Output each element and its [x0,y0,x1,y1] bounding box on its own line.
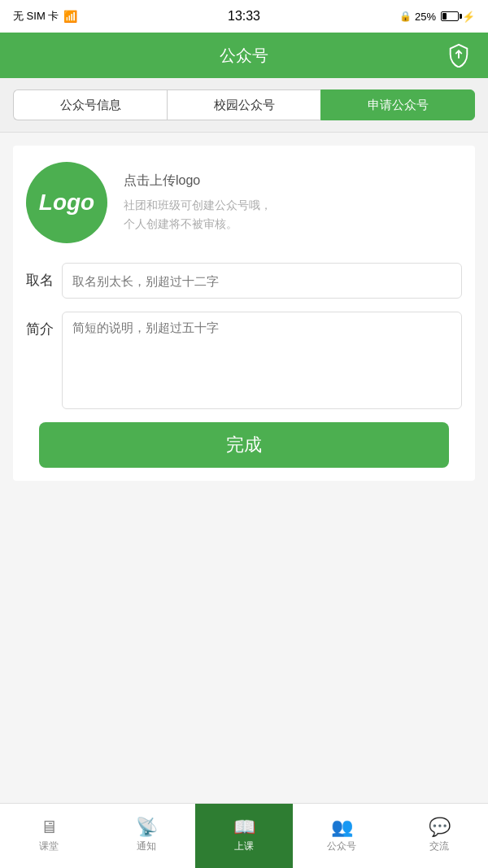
tab-classroom[interactable]: 🖥 课堂 [0,804,98,868]
chat-icon: 💬 [429,818,451,836]
status-bar: 无 SIM 卡 📶 13:33 🔒 25% ⚡ [0,0,488,33]
tab-class[interactable]: 📖 上课 [195,804,293,868]
status-right: 🔒 25% ⚡ [399,11,475,23]
tab-public[interactable]: 👥 公众号 [293,804,390,868]
sim-status: 无 SIM 卡 [13,9,59,24]
logo-hint-desc: 社团和班级可创建公众号哦，个人创建将不被审核。 [124,196,462,233]
name-label: 取名 [26,263,62,290]
tab-selector: 公众号信息 校园公众号 申请公众号 [0,78,488,133]
logo-upload-button[interactable]: Logo [26,162,107,243]
class-icon: 📖 [233,818,255,836]
intro-textarea[interactable] [62,312,462,409]
shield-upload-icon [447,43,470,68]
status-time: 13:33 [228,9,260,24]
chat-label: 交流 [429,840,449,853]
status-left: 无 SIM 卡 📶 [13,9,77,24]
nav-title: 公众号 [220,45,268,67]
notice-label: 通知 [137,840,156,853]
notice-icon: 📡 [136,818,158,836]
class-label: 上课 [234,840,254,853]
form-card: Logo 点击上传logo 社团和班级可创建公众号哦，个人创建将不被审核。 取名… [13,146,475,481]
classroom-icon: 🖥 [40,818,58,836]
public-icon: 👥 [331,818,353,836]
battery-percent: 25% [415,11,436,23]
logo-section: Logo 点击上传logo 社团和班级可创建公众号哦，个人创建将不被审核。 [26,162,462,243]
submit-area: 完成 [26,422,462,468]
tab-campus[interactable]: 校园公众号 [167,89,320,120]
bottom-tabbar: 🖥 课堂 📡 通知 📖 上课 👥 公众号 💬 交流 [0,803,488,868]
form-area: 取名 简介 [26,263,462,409]
public-label: 公众号 [327,840,356,853]
tab-notice[interactable]: 📡 通知 [98,804,195,868]
wifi-icon: 📶 [63,10,77,23]
logo-hint-title: 点击上传logo [124,172,462,190]
lightning-icon: ⚡ [462,11,475,23]
tab-apply[interactable]: 申请公众号 [320,89,475,120]
logo-info: 点击上传logo 社团和班级可创建公众号哦，个人创建将不被审核。 [124,172,462,233]
intro-row: 简介 [26,312,462,409]
nav-bar: 公众号 [0,33,488,78]
tab-chat[interactable]: 💬 交流 [390,804,488,868]
name-row: 取名 [26,263,462,299]
intro-label: 简介 [26,312,62,338]
submit-button[interactable]: 完成 [39,422,449,468]
tab-info[interactable]: 公众号信息 [13,89,167,120]
lock-icon: 🔒 [399,11,412,22]
classroom-label: 课堂 [39,840,59,853]
nav-shield-button[interactable] [446,42,472,68]
name-input[interactable] [62,263,462,299]
logo-placeholder-text: Logo [39,190,94,216]
battery-icon [441,11,459,21]
page-body: 公众号信息 校园公众号 申请公众号 Logo 点击上传logo 社团和班级可创建… [0,78,488,803]
